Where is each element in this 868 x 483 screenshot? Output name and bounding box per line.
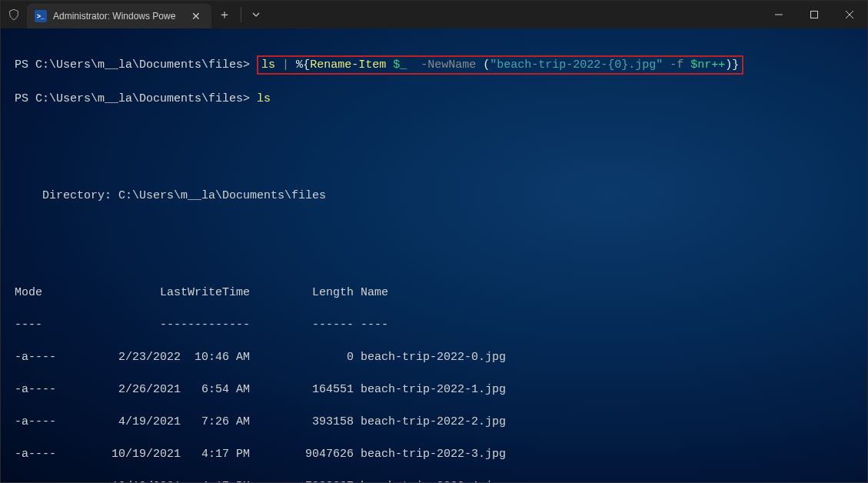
tab-dropdown-button[interactable] bbox=[244, 1, 268, 28]
new-tab-button[interactable]: ＋ bbox=[211, 1, 238, 28]
prompt: PS C:\Users\m__la\Documents\files> bbox=[15, 58, 250, 72]
close-tab-button[interactable]: ✕ bbox=[188, 10, 204, 22]
highlighted-command: ls | %{Rename-Item $_ -NewName ("beach-t… bbox=[257, 55, 743, 75]
table-separator: ---- ------------- ------ ---- bbox=[15, 317, 853, 333]
divider bbox=[241, 7, 241, 22]
powershell-icon: >_ bbox=[35, 10, 47, 22]
prompt: PS C:\Users\m__la\Documents\files> bbox=[15, 92, 250, 105]
shield-icon bbox=[1, 1, 27, 28]
table-row: -a---- 2/23/2022 10:46 AM 0 beach-trip-2… bbox=[15, 349, 853, 365]
terminal-output[interactable]: PS C:\Users\m__la\Documents\files> ls | … bbox=[1, 28, 867, 483]
table-row: -a---- 2/26/2021 6:54 AM 164551 beach-tr… bbox=[15, 381, 853, 398]
directory-line: Directory: C:\Users\m__la\Documents\file… bbox=[15, 188, 853, 204]
titlebar: >_ Administrator: Windows Powe ✕ ＋ bbox=[1, 1, 867, 28]
tab-powershell[interactable]: >_ Administrator: Windows Powe ✕ bbox=[27, 4, 211, 28]
command-text: ls bbox=[257, 92, 271, 105]
minimize-button[interactable] bbox=[761, 1, 796, 28]
titlebar-drag-area[interactable] bbox=[268, 1, 761, 28]
table-header: Mode LastWriteTime Length Name bbox=[15, 285, 853, 301]
table-row: -a---- 10/19/2021 4:17 PM 9047626 beach-… bbox=[15, 446, 853, 462]
table-row: -a---- 10/19/2021 4:17 PM 7228307 beach-… bbox=[15, 478, 853, 483]
svg-rect-1 bbox=[811, 12, 818, 18]
close-window-button[interactable] bbox=[832, 1, 867, 28]
maximize-button[interactable] bbox=[796, 1, 832, 28]
tab-label: Administrator: Windows Powe bbox=[53, 11, 182, 22]
table-row: -a---- 4/19/2021 7:26 AM 393158 beach-tr… bbox=[15, 414, 853, 430]
